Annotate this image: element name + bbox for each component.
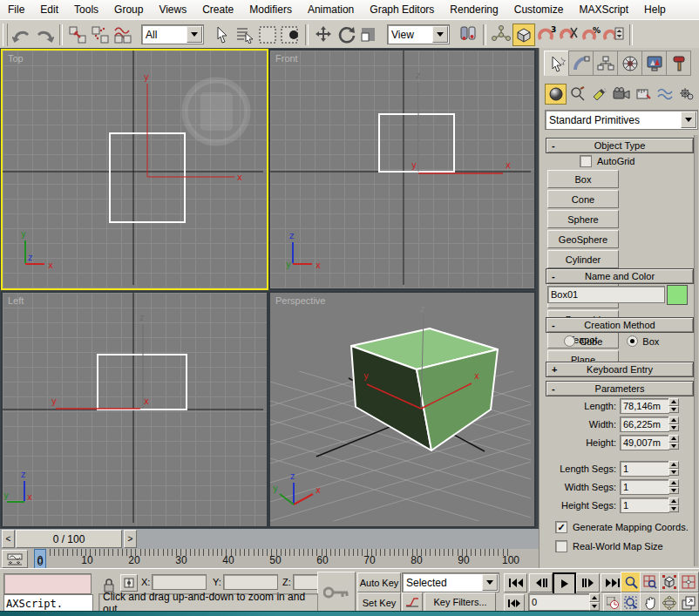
reference-coordinate-dropdown[interactable]: View — [387, 24, 450, 44]
set-key-big-button[interactable] — [317, 572, 356, 613]
menu-item[interactable]: Animation — [300, 1, 362, 18]
radio-circle[interactable] — [564, 335, 575, 347]
select-and-rotate-icon[interactable] — [335, 24, 357, 46]
percent-snap-toggle-icon[interactable]: % — [580, 24, 603, 46]
menu-item[interactable]: Tools — [66, 1, 106, 18]
creation-method-radio[interactable]: Box — [627, 335, 659, 347]
primitive-category-dropdown[interactable]: Standard Primitives — [545, 110, 698, 130]
auto-key-button[interactable]: Auto Key — [357, 572, 401, 592]
track-bar[interactable]: 0 0102030405060708090100 — [0, 549, 539, 569]
subtab-helpers[interactable] — [632, 84, 654, 105]
bind-to-space-warp-icon[interactable] — [112, 24, 134, 46]
angle-snap-angle-icon[interactable] — [558, 24, 580, 46]
parameter-field[interactable]: 1 — [620, 461, 669, 477]
primitive-button[interactable]: Box — [547, 170, 619, 188]
zoom-extents-button[interactable] — [659, 572, 680, 592]
menu-item[interactable]: Create — [194, 1, 241, 18]
autogrid-checkbox[interactable]: AutoGrid — [580, 155, 635, 167]
tab-motion[interactable] — [617, 51, 642, 76]
menu-item[interactable]: MAXScript — [571, 1, 636, 18]
menu-item[interactable]: File — [0, 1, 32, 18]
current-frame-field[interactable]: 0 — [528, 593, 590, 611]
viewport-front[interactable]: z y x z y x Front — [268, 49, 536, 290]
dropdown-arrow-icon[interactable] — [681, 112, 696, 128]
creation-method-radio[interactable]: Cube — [564, 335, 602, 347]
subtab-systems[interactable] — [675, 84, 697, 105]
select-by-name-icon[interactable] — [234, 24, 256, 46]
zoom-button[interactable] — [621, 572, 641, 592]
menu-item[interactable]: Edit — [32, 1, 66, 18]
default-tangent-icon[interactable] — [402, 592, 423, 612]
rollout-collapse-icon[interactable]: - — [552, 383, 555, 394]
snaps-toggle-icon[interactable] — [512, 24, 535, 46]
selection-set-dropdown[interactable]: Selected — [402, 572, 499, 592]
select-object-icon[interactable] — [211, 24, 234, 46]
x-coord-field[interactable] — [152, 574, 207, 590]
redo-icon[interactable] — [33, 24, 56, 46]
parameter-spinner[interactable] — [668, 435, 679, 450]
viewport-top[interactable]: y x y z x Top — [1, 49, 268, 290]
time-slider-prev-button[interactable]: < — [2, 530, 15, 548]
parameter-field[interactable]: 49,007m — [620, 435, 669, 450]
viewport-label[interactable]: Front — [275, 53, 298, 64]
primitive-button[interactable]: Cylinder — [547, 250, 619, 268]
parameter-field[interactable]: 66,225m — [620, 416, 669, 432]
zoom-extents-all-button[interactable] — [678, 572, 699, 592]
rollout-name-and-color[interactable]: - Name and Color — [546, 268, 694, 284]
selection-filter-dropdown[interactable]: All — [141, 24, 204, 44]
rollout-keyboard-entry[interactable]: + Keyboard Entry — [546, 362, 694, 377]
parameter-checkbox[interactable]: ✓ Generate Mapping Coords. — [555, 521, 698, 533]
parameter-field[interactable]: 1 — [620, 479, 669, 495]
time-configuration-icon[interactable] — [603, 593, 622, 613]
tab-modify[interactable] — [568, 51, 594, 76]
unlink-icon[interactable] — [89, 24, 112, 46]
parameter-checkbox[interactable]: Real-World Map Size — [555, 540, 698, 552]
rollout-object-type[interactable]: - Object Type — [546, 138, 694, 153]
time-slider[interactable]: 0 / 100 — [16, 530, 122, 548]
window-crossing-icon[interactable] — [279, 24, 302, 46]
absolute-mode-toggle-icon[interactable] — [120, 574, 138, 592]
go-to-start-button[interactable] — [504, 573, 527, 592]
toolbar-grip[interactable] — [3, 24, 8, 46]
z-coord-field[interactable] — [293, 574, 320, 590]
checkbox-box[interactable] — [555, 540, 567, 552]
parameter-spinner[interactable] — [668, 498, 679, 512]
menu-item[interactable]: Graph Editors — [362, 1, 442, 18]
viewport-perspective[interactable]: y x z z x y Perspective — [268, 291, 536, 528]
spinner-snap-toggle-icon[interactable] — [603, 24, 626, 46]
zoom-all-button[interactable] — [640, 572, 661, 592]
select-and-link-icon[interactable] — [66, 24, 89, 46]
rollout-collapse-icon[interactable]: - — [552, 271, 555, 281]
track-bar-ruler[interactable]: 0 0102030405060708090100 — [31, 549, 519, 568]
primitive-button[interactable]: Sphere — [547, 210, 619, 228]
select-and-manipulate-icon[interactable] — [490, 24, 512, 46]
parameter-spinner[interactable] — [668, 461, 679, 476]
rollout-collapse-icon[interactable]: + — [552, 364, 557, 375]
angle-snap-toggle-icon[interactable]: 3 — [535, 24, 558, 46]
select-and-scale-icon[interactable] — [357, 24, 380, 46]
dropdown-arrow-icon[interactable] — [482, 574, 498, 591]
rollout-collapse-icon[interactable]: - — [552, 140, 555, 151]
parameter-field[interactable]: 1 — [620, 498, 669, 513]
y-coord-field[interactable] — [223, 574, 278, 590]
key-mode-toggle-icon[interactable] — [504, 594, 525, 612]
tab-utilities[interactable] — [666, 51, 691, 76]
object-name-field[interactable]: Box01 — [547, 286, 665, 303]
checkbox-box[interactable]: ✓ — [555, 521, 567, 533]
menu-item[interactable]: Group — [106, 1, 151, 18]
parameter-spinner[interactable] — [668, 416, 679, 431]
subtab-space-warps[interactable] — [654, 84, 675, 105]
key-filters-button[interactable]: Key Filters... — [424, 592, 496, 612]
undo-icon[interactable] — [10, 24, 33, 46]
parameter-spinner[interactable] — [668, 479, 679, 494]
subtab-geometry[interactable] — [545, 84, 567, 105]
dropdown-arrow-icon[interactable] — [432, 26, 448, 43]
subtab-shapes[interactable] — [567, 84, 588, 105]
panel-scroll-strip[interactable] — [694, 135, 698, 566]
dropdown-arrow-icon[interactable] — [187, 26, 202, 43]
tab-hierarchy[interactable] — [593, 51, 618, 76]
previous-frame-button[interactable] — [529, 573, 553, 592]
autogrid-checkbox-box[interactable] — [580, 155, 592, 167]
parameter-field[interactable]: 78,146m — [620, 398, 669, 414]
next-frame-button[interactable] — [576, 573, 600, 592]
